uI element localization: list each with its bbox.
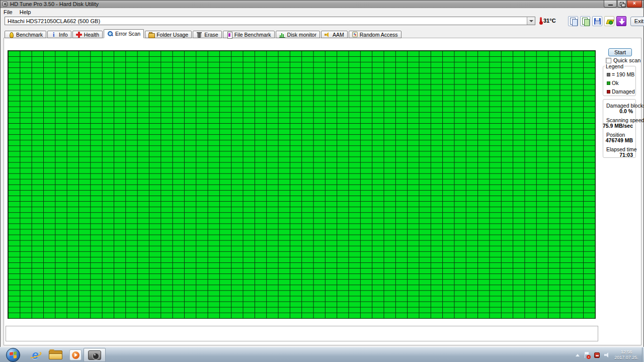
elapsed-time-value: 71:03 <box>619 152 633 158</box>
legend-ok: Ok <box>607 80 618 86</box>
clock-time: 12:56 <box>612 349 641 355</box>
folder-icon-taskbar <box>49 350 62 359</box>
error-scan-icon <box>107 31 113 37</box>
disk-monitor-icon <box>279 32 285 38</box>
damaged-blocks-value: 0.0 % <box>619 108 633 114</box>
scan-log-box <box>6 326 598 341</box>
copy-text-icon[interactable] <box>568 16 578 26</box>
windows-logo-icon <box>6 348 20 362</box>
titlebar: HD Tune Pro 3.50 - Hard Disk Utility × <box>1 1 643 8</box>
drive-select[interactable]: Hitachi HDS721050CLA662 (500 GB) <box>5 17 535 25</box>
tab-info[interactable]: Info <box>47 31 71 38</box>
menubar: File Help <box>1 9 643 15</box>
scan-grid <box>8 50 596 319</box>
taskbar: e × 12:56 2017.07.25. <box>0 347 644 362</box>
erase-icon <box>196 32 202 38</box>
temperature-value: 31°C <box>543 18 556 24</box>
tab-file-benchmark[interactable]: File Benchmark <box>223 31 275 38</box>
download-icon[interactable] <box>616 16 626 26</box>
speaker-icon <box>325 32 331 38</box>
hard-disk-icon <box>88 350 101 360</box>
media-player-icon <box>69 349 82 360</box>
menu-help[interactable]: Help <box>20 9 31 15</box>
quick-scan-checkbox[interactable] <box>606 58 611 63</box>
info-icon <box>51 32 57 38</box>
block-size-swatch <box>607 73 610 76</box>
tab-disk-monitor[interactable]: Disk monitor <box>276 31 320 38</box>
tab-benchmark[interactable]: Benchmark <box>5 31 46 38</box>
legend-title: Legend <box>605 63 624 69</box>
show-hidden-icons-arrow[interactable] <box>576 354 580 356</box>
taskbar-media-player[interactable] <box>66 348 85 362</box>
scanning-speed-value: 75.9 MB/sec <box>603 123 633 129</box>
hdtune-window: HD Tune Pro 3.50 - Hard Disk Utility × F… <box>0 0 644 347</box>
ok-swatch <box>607 81 610 85</box>
clock-date: 2017.07.25. <box>612 355 641 360</box>
damaged-swatch <box>607 90 610 94</box>
window-controls: × <box>604 1 642 8</box>
taskbar-internet-explorer[interactable]: e <box>26 348 44 362</box>
legend-box: Legend = 190 MB Ok Damaged <box>603 66 636 96</box>
minimize-button[interactable] <box>604 1 617 8</box>
save-icon[interactable] <box>592 16 602 26</box>
legend-block-size: = 190 MB <box>607 71 634 77</box>
tab-erase[interactable]: Erase <box>193 31 221 38</box>
close-button[interactable]: × <box>627 1 642 8</box>
window-title: HD Tune Pro 3.50 - Hard Disk Utility <box>10 1 99 7</box>
tab-random-access[interactable]: Random Access <box>349 31 401 38</box>
quick-scan-option[interactable]: Quick scan <box>606 57 640 63</box>
taskbar-hdtune-active[interactable] <box>84 348 106 362</box>
volume-icon[interactable] <box>604 352 611 358</box>
restore-button[interactable] <box>617 1 626 8</box>
stats-box: Damaged blocks 0.0 % Scanning speed 75.9… <box>603 99 636 158</box>
tab-folder-usage[interactable]: Folder Usage <box>145 31 192 38</box>
taskbar-clock[interactable]: 12:56 2017.07.25. <box>612 347 641 362</box>
folder-icon <box>148 32 154 38</box>
menu-file[interactable]: File <box>4 9 13 15</box>
action-center-flag-icon[interactable]: × <box>584 352 590 358</box>
show-desktop-button[interactable] <box>642 347 644 362</box>
start-button-orb[interactable] <box>4 348 22 362</box>
color-fill-icon[interactable] <box>604 16 614 26</box>
drive-temperature: 31°C <box>540 17 556 24</box>
legend-damaged: Damaged <box>607 88 635 95</box>
tab-error-scan[interactable]: Error Scan <box>104 29 144 38</box>
file-benchmark-icon <box>226 32 232 38</box>
tab-bar: Benchmark Info Health Error Scan Folder … <box>5 29 401 38</box>
chevron-down-icon[interactable] <box>527 17 535 25</box>
start-button[interactable]: Start <box>608 48 632 56</box>
quick-scan-label: Quick scan <box>613 57 640 63</box>
copy-image-icon[interactable] <box>580 16 590 26</box>
toolbar-buttons: Exit <box>568 16 644 26</box>
position-value: 476749 MB <box>606 137 633 143</box>
tab-health[interactable]: Health <box>72 31 103 38</box>
taskbar-file-explorer[interactable] <box>46 348 64 362</box>
benchmark-icon <box>8 32 14 38</box>
exit-button[interactable]: Exit <box>630 17 644 26</box>
app-icon <box>3 2 8 7</box>
screen: HD Tune Pro 3.50 - Hard Disk Utility × F… <box>0 0 644 362</box>
health-icon <box>76 32 82 38</box>
tab-aam[interactable]: AAM <box>321 31 348 38</box>
drive-select-value: Hitachi HDS721050CLA662 (500 GB) <box>5 18 527 24</box>
hdtune-tray-icon[interactable] <box>594 352 600 358</box>
thermometer-icon <box>540 17 542 23</box>
random-access-icon <box>352 32 358 37</box>
system-tray: × <box>576 347 611 362</box>
